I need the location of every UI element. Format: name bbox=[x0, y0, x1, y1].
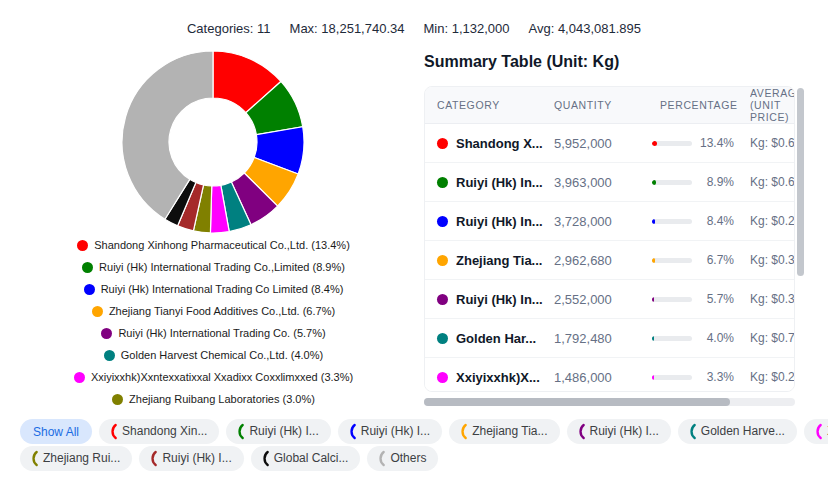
legend-item: Zhejiang Ruibang Laboratories (3.0%) bbox=[112, 393, 315, 406]
average-unit-price-cell: Kg: $0.63 bbox=[750, 136, 795, 150]
category-name: Ruiyi (Hk) In... bbox=[456, 292, 543, 307]
category-arc-icon bbox=[576, 423, 585, 440]
table-horizontal-scrollbar-thumb[interactable] bbox=[424, 398, 730, 406]
table-row: Shandong X... 5,952,000 13.4% Kg: $0.63 bbox=[425, 124, 795, 163]
category-arc-icon bbox=[376, 450, 385, 467]
percentage-cell: 4.0% bbox=[652, 331, 750, 345]
percentage-bar-track bbox=[652, 258, 692, 263]
quantity-cell: 5,952,000 bbox=[554, 136, 652, 151]
stat-categories: Categories: 11 bbox=[187, 21, 271, 36]
category-cell: Xxiyixxhk)X... bbox=[425, 370, 554, 385]
category-color-dot-icon bbox=[437, 372, 448, 383]
category-color-dot-icon bbox=[437, 138, 448, 149]
percentage-value: 5.7% bbox=[698, 292, 734, 306]
percentage-value: 6.7% bbox=[698, 253, 734, 267]
filter-chip-label: Zhejiang Rui... bbox=[43, 446, 120, 471]
legend-label: Golden Harvest Chemical Co.,Ltd. (4.0%) bbox=[121, 349, 323, 362]
category-filter-chip[interactable]: Ruiyi (Hk) I... bbox=[226, 419, 330, 444]
filter-chip-label: Shandong Xin... bbox=[122, 419, 207, 444]
category-filter-chip[interactable]: Ruiyi (Hk) I... bbox=[567, 419, 671, 444]
percentage-bar-fill bbox=[652, 180, 656, 185]
category-arc-icon bbox=[148, 450, 157, 467]
table-vertical-scrollbar[interactable] bbox=[797, 88, 804, 276]
column-header-average-unit-price: AVERAGE (UNIT PRICE) bbox=[750, 87, 795, 123]
percentage-value: 8.9% bbox=[698, 175, 734, 189]
filter-chip-label: Ruiyi (Hk) I... bbox=[590, 419, 659, 444]
category-arc-icon bbox=[813, 423, 822, 440]
category-name: Shandong X... bbox=[456, 136, 543, 151]
percentage-bar-fill bbox=[652, 336, 654, 341]
category-filter-chip[interactable]: Zhejiang Rui... bbox=[20, 446, 132, 471]
category-arc-icon bbox=[260, 450, 269, 467]
percentage-bar-fill bbox=[652, 297, 654, 302]
filter-chips-row-1: Show All Shandong Xin... Ruiyi (Hk) I...… bbox=[20, 419, 828, 444]
category-arc-icon bbox=[108, 423, 117, 440]
category-filter-chip[interactable]: Shandong Xin... bbox=[99, 419, 219, 444]
category-filter-chip[interactable]: Xxiyixxhk)Xx... bbox=[804, 419, 828, 444]
filter-chip-label: Global Calci... bbox=[274, 446, 349, 471]
category-cell: Golden Har... bbox=[425, 331, 554, 346]
percentage-bar-track bbox=[652, 180, 692, 185]
chart-legend: Shandong Xinhong Pharmaceutical Co.,Ltd.… bbox=[6, 239, 421, 406]
average-unit-price-cell: Kg: $0.65 bbox=[750, 175, 795, 189]
category-arc-icon bbox=[235, 423, 244, 440]
show-all-filter-button[interactable]: Show All bbox=[20, 419, 92, 444]
percentage-bar-track bbox=[652, 336, 692, 341]
category-name: Ruiyi (Hk) In... bbox=[456, 214, 543, 229]
category-arc-icon bbox=[347, 423, 356, 440]
legend-item: Golden Harvest Chemical Co.,Ltd. (4.0%) bbox=[104, 349, 323, 362]
category-filter-chip[interactable]: Ruiyi (Hk) I... bbox=[139, 446, 243, 471]
filter-chip-label: Others bbox=[390, 446, 426, 471]
percentage-bar-fill bbox=[652, 258, 655, 263]
legend-color-dot-icon bbox=[74, 372, 85, 383]
table-body: Shandong X... 5,952,000 13.4% Kg: $0.63 … bbox=[425, 124, 794, 392]
percentage-bar-track bbox=[652, 219, 692, 224]
summary-table-title: Summary Table (Unit: Kg) bbox=[424, 53, 619, 71]
category-color-dot-icon bbox=[437, 216, 448, 227]
percentage-bar-track bbox=[652, 375, 692, 380]
legend-color-dot-icon bbox=[92, 306, 103, 317]
stat-min: Min: 1,132,000 bbox=[423, 21, 509, 36]
category-name: Golden Har... bbox=[456, 331, 536, 346]
table-row: Ruiyi (Hk) In... 3,963,000 8.9% Kg: $0.6… bbox=[425, 163, 795, 202]
percentage-bar-fill bbox=[652, 375, 654, 380]
quantity-cell: 1,792,480 bbox=[554, 331, 652, 346]
stat-avg: Avg: 4,043,081.895 bbox=[529, 21, 642, 36]
legend-label: Shandong Xinhong Pharmaceutical Co.,Ltd.… bbox=[94, 239, 350, 252]
average-unit-price-cell: Kg: $0.29 bbox=[750, 370, 795, 384]
category-filter-chip[interactable]: Ruiyi (Hk) I... bbox=[338, 419, 442, 444]
category-cell: Ruiyi (Hk) In... bbox=[425, 175, 554, 190]
average-unit-price-cell: Kg: $0.75 bbox=[750, 331, 795, 345]
table-row: Zhejiang Tia... 2,962,680 6.7% Kg: $0.38 bbox=[425, 241, 795, 280]
category-filter-chip[interactable]: Global Calci... bbox=[251, 446, 361, 471]
legend-color-dot-icon bbox=[77, 240, 88, 251]
legend-label: Ruiyi (Hk) International Trading Co.,Lim… bbox=[99, 261, 345, 274]
category-filter-chip[interactable]: Zhejiang Tia... bbox=[449, 419, 559, 444]
category-color-dot-icon bbox=[437, 294, 448, 305]
table-row: Ruiyi (Hk) In... 3,728,000 8.4% Kg: $0.2… bbox=[425, 202, 795, 241]
category-arc-icon bbox=[29, 450, 38, 467]
category-cell: Ruiyi (Hk) In... bbox=[425, 214, 554, 229]
legend-color-dot-icon bbox=[84, 284, 95, 295]
average-unit-price-cell: Kg: $0.38 bbox=[750, 253, 795, 267]
filter-chip-label: Golden Harve... bbox=[701, 419, 785, 444]
legend-item: Ruiyi (Hk) International Trading Co Limi… bbox=[84, 283, 344, 296]
percentage-cell: 8.4% bbox=[652, 214, 750, 228]
percentage-cell: 5.7% bbox=[652, 292, 750, 306]
category-color-dot-icon bbox=[437, 255, 448, 266]
category-filter-chip[interactable]: Others bbox=[367, 446, 438, 471]
stats-bar: Categories: 11 Max: 18,251,740.34 Min: 1… bbox=[0, 21, 828, 36]
percentage-bar-fill bbox=[652, 141, 657, 146]
legend-label: Zhejiang Tianyi Food Additives Co.,Ltd. … bbox=[109, 305, 335, 318]
filter-chip-label: Ruiyi (Hk) I... bbox=[162, 446, 231, 471]
category-arc-icon bbox=[687, 423, 696, 440]
quantity-cell: 2,962,680 bbox=[554, 253, 652, 268]
donut-chart[interactable] bbox=[121, 50, 305, 234]
category-arc-icon bbox=[458, 423, 467, 440]
percentage-bar-fill bbox=[652, 219, 655, 224]
category-filter-chip[interactable]: Golden Harve... bbox=[678, 419, 797, 444]
percentage-bar-track bbox=[652, 297, 692, 302]
percentage-bar-track bbox=[652, 141, 692, 146]
legend-item: Ruiyi (Hk) International Trading Co.,Lim… bbox=[82, 261, 345, 274]
category-cell: Ruiyi (Hk) In... bbox=[425, 292, 554, 307]
